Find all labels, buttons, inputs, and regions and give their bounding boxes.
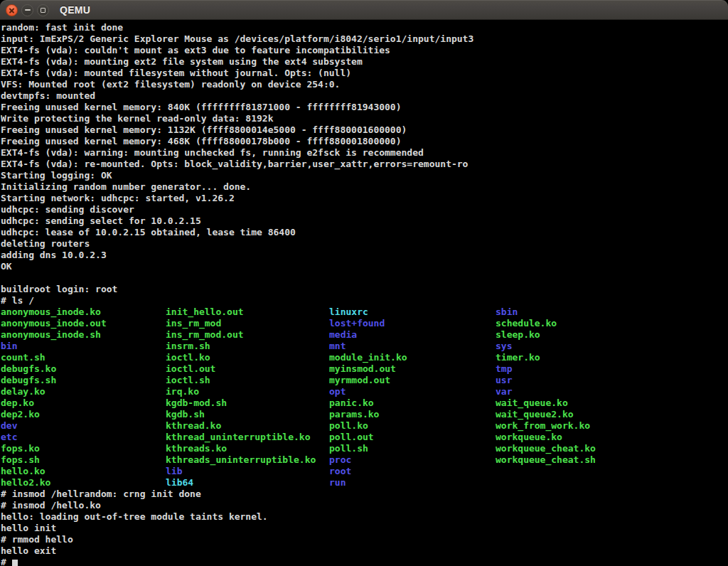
prompt-line: # xyxy=(1,557,728,566)
file-entry: sys xyxy=(496,341,728,352)
window-controls xyxy=(6,4,49,16)
file-entry: root xyxy=(329,466,496,477)
terminal-line: # insmod /hello.ko xyxy=(1,500,728,511)
boot-log: random: fast init doneinput: ImExPS/2 Ge… xyxy=(1,22,728,306)
close-button[interactable] xyxy=(6,4,18,16)
terminal-line xyxy=(1,272,728,284)
file-entry: kgdb-mod.sh xyxy=(166,397,329,409)
file-entry: work_from_work.ko xyxy=(496,420,728,432)
file-entry: hello.ko xyxy=(1,466,166,477)
file-entry: proc xyxy=(329,454,496,466)
file-entry: opt xyxy=(329,386,496,397)
file-entry: poll.out xyxy=(329,432,496,443)
file-entry: lost+found xyxy=(329,318,496,329)
terminal-screen[interactable]: random: fast init doneinput: ImExPS/2 Ge… xyxy=(0,20,728,566)
terminal-line: VFS: Mounted root (ext2 filesystem) read… xyxy=(1,79,728,90)
file-entry: wait_queue2.ko xyxy=(496,409,728,420)
file-entry: irq.ko xyxy=(166,386,329,397)
file-entry: schedule.ko xyxy=(496,318,728,329)
terminal-line: Freeing unused kernel memory: 1132K (fff… xyxy=(1,124,728,136)
terminal-line: Starting logging: OK xyxy=(1,170,728,181)
close-icon xyxy=(9,7,15,14)
terminal-line: udhcpc: lease of 10.0.2.15 obtained, lea… xyxy=(1,227,728,238)
file-entry: poll.ko xyxy=(329,420,496,432)
file-entry: anonymous_inode.sh xyxy=(1,329,166,341)
text-cursor xyxy=(12,560,18,566)
terminal-line: # insmod /hellrandom: crng init done xyxy=(1,488,728,500)
terminal-line: EXT4-fs (vda): mounting ext2 file system… xyxy=(1,56,728,68)
file-entry: dev xyxy=(1,420,166,432)
file-entry: ins_rm_mod xyxy=(166,318,329,329)
file-entry: myrmmod.out xyxy=(329,375,496,386)
file-entry: kthread_uninterruptible.ko xyxy=(166,432,329,443)
shell-prompt: # xyxy=(1,557,12,566)
file-entry: debugfs.sh xyxy=(1,375,166,386)
file-entry: bin xyxy=(1,341,166,352)
file-entry: dep2.ko xyxy=(1,409,166,420)
terminal-line: EXT4-fs (vda): mounted filesystem withou… xyxy=(1,68,728,79)
file-entry: delay.ko xyxy=(1,386,166,397)
file-entry: anonymous_inode.out xyxy=(1,318,166,329)
file-listing: anonymous_inode.koanonymous_inode.outano… xyxy=(1,306,728,488)
file-entry: etc xyxy=(1,432,166,443)
file-entry: dep.ko xyxy=(1,397,166,409)
file-entry: ioctl.ko xyxy=(166,352,329,363)
file-entry: ioctl.sh xyxy=(166,375,329,386)
file-entry: linuxrc xyxy=(329,306,496,318)
terminal-line: Freeing unused kernel memory: 468K (ffff… xyxy=(1,136,728,147)
minimize-button[interactable] xyxy=(21,4,33,16)
file-entry: run xyxy=(329,477,496,488)
file-entry: insrm.sh xyxy=(166,341,329,352)
file-entry: sleep.ko xyxy=(496,329,728,341)
file-entry: fops.ko xyxy=(1,443,166,454)
terminal-line: Starting network: udhcpc: started, v1.26… xyxy=(1,193,728,204)
file-entry: panic.ko xyxy=(329,397,496,409)
file-entry: params.ko xyxy=(329,409,496,420)
file-entry: lib xyxy=(166,466,329,477)
qemu-window: QEMU random: fast init doneinput: ImExPS… xyxy=(0,0,728,566)
file-entry: hello2.ko xyxy=(1,477,166,488)
terminal-line: udhcpc: sending select for 10.0.2.15 xyxy=(1,215,728,227)
file-entry: timer.ko xyxy=(496,352,728,363)
terminal-line: EXT4-fs (vda): couldn't mount as ext3 du… xyxy=(1,45,728,56)
terminal-line: hello init xyxy=(1,523,728,534)
terminal-line: devtmpfs: mounted xyxy=(1,90,728,102)
file-entry: usr xyxy=(496,375,728,386)
terminal-line: # rmmod hello xyxy=(1,534,728,545)
file-entry: mnt xyxy=(329,341,496,352)
terminal-line: EXT4-fs (vda): warning: mounting uncheck… xyxy=(1,147,728,159)
file-entry: ioctl.out xyxy=(166,363,329,375)
file-entry: count.sh xyxy=(1,352,166,363)
file-entry: tmp xyxy=(496,363,728,375)
terminal-line: # ls / xyxy=(1,295,728,306)
file-entry: var xyxy=(496,386,728,397)
file-entry: kthreads_uninterruptible.ko xyxy=(166,454,329,466)
terminal-line: EXT4-fs (vda): re-mounted. Opts: block_v… xyxy=(1,159,728,170)
shell-output: # insmod /hellrandom: crng init done# in… xyxy=(1,488,728,557)
file-entry: ins_rm_mod.out xyxy=(166,329,329,341)
terminal-line: Write protecting the kernel read-only da… xyxy=(1,113,728,124)
terminal-line: hello: loading out-of-tree module taints… xyxy=(1,511,728,523)
terminal-line: Freeing unused kernel memory: 840K (ffff… xyxy=(1,102,728,113)
file-entry: kthread.ko xyxy=(166,420,329,432)
file-entry: fops.sh xyxy=(1,454,166,466)
file-entry: workqueue.ko xyxy=(496,432,728,443)
terminal-line: input: ImExPS/2 Generic Explorer Mouse a… xyxy=(1,33,728,45)
maximize-button[interactable] xyxy=(37,4,49,16)
file-entry: debugfs.ko xyxy=(1,363,166,375)
file-entry: sbin xyxy=(496,306,728,318)
file-entry: kgdb.sh xyxy=(166,409,329,420)
file-entry: anonymous_inode.ko xyxy=(1,306,166,318)
minimize-icon xyxy=(25,9,31,11)
file-entry: poll.sh xyxy=(329,443,496,454)
file-entry: workqueue_cheat.sh xyxy=(496,454,728,466)
terminal-line: adding dns 10.0.2.3 xyxy=(1,250,728,261)
file-entry: lib64 xyxy=(166,477,329,488)
terminal-line: buildroot login: root xyxy=(1,284,728,295)
file-entry: init_hello.out xyxy=(166,306,329,318)
maximize-icon xyxy=(41,8,46,13)
file-entry: myinsmod.out xyxy=(329,363,496,375)
terminal-line: deleting routers xyxy=(1,238,728,250)
file-entry: wait_queue.ko xyxy=(496,397,728,409)
file-entry: workqueue_cheat.ko xyxy=(496,443,728,454)
